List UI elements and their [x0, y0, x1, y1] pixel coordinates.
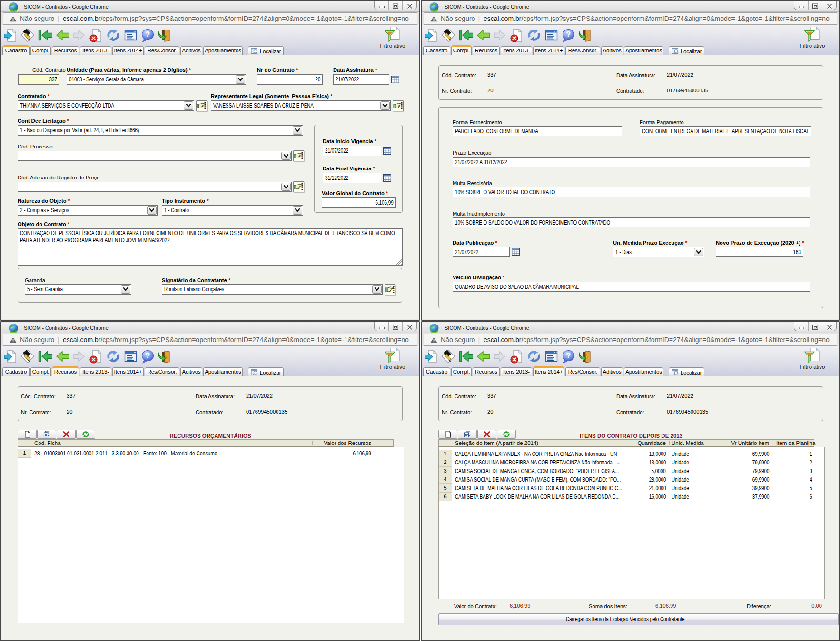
svg-text:?: ?	[146, 352, 150, 360]
svg-text:?: ?	[566, 30, 571, 39]
svg-text:?: ?	[146, 30, 150, 39]
svg-text:?: ?	[566, 352, 571, 360]
